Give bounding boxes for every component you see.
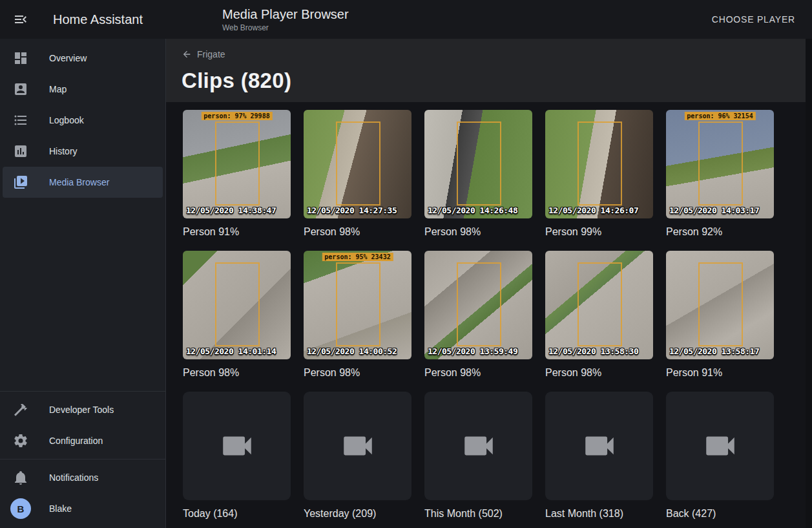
user-name: Blake: [49, 503, 72, 514]
menu-open-icon: [13, 12, 28, 27]
clip-card[interactable]: person: 97% 29988 12/05/2020 14:38:47 Pe…: [183, 110, 291, 238]
sidebar-divider: [0, 459, 165, 459]
clip-timestamp: 12/05/2020 13:58:30: [548, 346, 638, 356]
video-camera-icon: [581, 427, 618, 465]
sidebar-divider: [0, 391, 165, 392]
clip-timestamp: 12/05/2020 14:26:48: [428, 206, 517, 215]
clip-label: Person 98%: [304, 226, 411, 238]
sidebar-item-overview[interactable]: Overview: [3, 43, 163, 74]
clip-card[interactable]: 12/05/2020 14:26:48 Person 98%: [424, 110, 532, 238]
choose-player-button[interactable]: CHOOSE PLAYER: [707, 9, 800, 30]
menu-toggle-button[interactable]: [13, 12, 28, 27]
video-camera-icon: [460, 427, 497, 465]
gear-icon: [13, 433, 28, 449]
sidebar-item-history[interactable]: History: [3, 136, 163, 167]
clip-card[interactable]: 12/05/2020 13:59:49 Person 98%: [424, 251, 532, 379]
top-app-bar: Home Assistant Media Player Browser Web …: [0, 0, 812, 39]
clip-thumbnail: person: 96% 32154 12/05/2020 14:03:17: [666, 110, 774, 218]
clips-grid-container: person: 97% 29988 12/05/2020 14:38:47 Pe…: [166, 102, 806, 528]
detection-label: person: 95% 23432: [322, 253, 393, 261]
video-camera-icon: [702, 427, 739, 465]
page-heading: Clips (820): [182, 69, 796, 93]
clip-thumbnail: 12/05/2020 14:26:07: [545, 110, 653, 218]
detection-box: [457, 121, 501, 205]
scrollbar[interactable]: [806, 39, 812, 528]
clip-label: Person 98%: [304, 367, 411, 379]
folder-card-this-month[interactable]: This Month (502): [424, 392, 532, 520]
sidebar-item-label: Developer Tools: [49, 405, 114, 415]
clips-grid: person: 97% 29988 12/05/2020 14:38:47 Pe…: [183, 110, 806, 520]
folder-tile: [183, 392, 291, 500]
detection-box: [215, 262, 259, 346]
clip-thumbnail: 12/05/2020 13:59:49: [424, 251, 532, 359]
clip-card[interactable]: 12/05/2020 14:26:07 Person 99%: [545, 110, 653, 238]
folder-label: Yesterday (209): [304, 508, 411, 520]
clip-thumbnail: person: 97% 29988 12/05/2020 14:38:47: [183, 110, 291, 218]
sidebar-item-label: Media Browser: [49, 177, 109, 187]
sidebar-item-media-browser[interactable]: Media Browser: [3, 167, 163, 198]
sidebar: Overview Map Logbook History Media Brows…: [0, 39, 166, 528]
detection-box: [457, 262, 501, 346]
app-title: Home Assistant: [53, 12, 143, 27]
clip-timestamp: 12/05/2020 14:01:14: [186, 346, 276, 356]
clip-label: Person 98%: [545, 367, 653, 379]
folder-label: This Month (502): [424, 508, 532, 520]
breadcrumb-label: Frigate: [197, 49, 225, 59]
detection-label: person: 96% 32154: [684, 112, 755, 120]
clip-thumbnail: 12/05/2020 14:27:35: [304, 110, 411, 218]
sidebar-item-configuration[interactable]: Configuration: [3, 425, 163, 456]
bell-icon: [13, 470, 28, 485]
folder-label: Back (427): [666, 508, 774, 520]
clip-label: Person 91%: [666, 367, 774, 379]
folder-card-back[interactable]: Back (427): [666, 392, 774, 520]
sidebar-item-developer-tools[interactable]: Developer Tools: [3, 394, 163, 425]
clip-card[interactable]: person: 95% 23432 12/05/2020 14:00:52 Pe…: [304, 251, 411, 379]
arrow-left-icon: [182, 49, 192, 59]
clip-label: Person 98%: [424, 367, 532, 379]
clip-label: Person 98%: [183, 367, 291, 379]
sidebar-item-user[interactable]: B Blake: [3, 493, 163, 524]
clip-timestamp: 12/05/2020 14:00:52: [307, 346, 397, 356]
folder-label: Today (164): [183, 508, 291, 520]
detection-box: [698, 262, 742, 346]
clip-card[interactable]: 12/05/2020 14:27:35 Person 98%: [304, 110, 411, 238]
sidebar-item-label: Map: [49, 84, 67, 94]
clip-label: Person 91%: [183, 226, 291, 238]
detection-box: [336, 262, 380, 346]
sidebar-spacer: [0, 198, 165, 388]
chart-box-icon: [13, 143, 28, 159]
clip-card[interactable]: 12/05/2020 13:58:17 Person 91%: [666, 251, 774, 379]
detection-label: person: 97% 29988: [201, 112, 272, 120]
clip-label: Person 98%: [424, 226, 532, 238]
clip-thumbnail: 12/05/2020 14:26:48: [424, 110, 532, 218]
sidebar-item-label: Overview: [49, 53, 87, 63]
sidebar-item-map[interactable]: Map: [3, 74, 163, 105]
clip-card[interactable]: person: 96% 32154 12/05/2020 14:03:17 Pe…: [666, 110, 774, 238]
folder-card-last-month[interactable]: Last Month (318): [545, 392, 653, 520]
avatar: B: [10, 498, 31, 519]
folder-tile: [304, 392, 411, 500]
clip-thumbnail: 12/05/2020 13:58:17: [666, 251, 774, 359]
main-panel: Frigate Clips (820) person: 97% 29988 12…: [166, 39, 812, 528]
folder-card-yesterday[interactable]: Yesterday (209): [304, 392, 411, 520]
detection-box: [215, 121, 259, 205]
folder-card-today[interactable]: Today (164): [183, 392, 291, 520]
clip-label: Person 92%: [666, 226, 774, 238]
clip-card[interactable]: 12/05/2020 13:58:30 Person 98%: [545, 251, 653, 379]
sidebar-item-label: History: [49, 146, 78, 156]
clip-thumbnail: 12/05/2020 13:58:30: [545, 251, 653, 359]
clip-card[interactable]: 12/05/2020 14:01:14 Person 98%: [183, 251, 291, 379]
clip-timestamp: 12/05/2020 13:58:17: [669, 346, 759, 356]
sidebar-item-notifications[interactable]: Notifications: [3, 462, 163, 493]
folder-tile: [666, 392, 774, 500]
video-camera-icon: [218, 427, 256, 465]
clip-timestamp: 12/05/2020 14:26:07: [548, 206, 638, 215]
page-title: Media Player Browser: [222, 6, 349, 22]
sidebar-item-logbook[interactable]: Logbook: [3, 105, 163, 136]
clip-label: Person 99%: [545, 226, 653, 238]
breadcrumb-back[interactable]: Frigate: [182, 49, 225, 59]
video-camera-icon: [339, 427, 377, 465]
sidebar-item-label: Logbook: [49, 115, 84, 125]
dashboard-icon: [13, 50, 28, 66]
clip-thumbnail: 12/05/2020 14:01:14: [183, 251, 291, 359]
